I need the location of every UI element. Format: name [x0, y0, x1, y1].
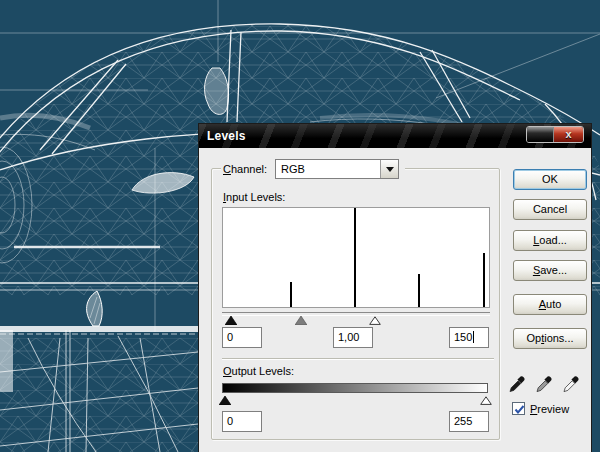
output-shadow-slider[interactable]: [219, 395, 231, 404]
levels-dialog: Levels x Channel: RGB Input Levels:: [198, 123, 592, 452]
eyedropper-toolbar: [507, 373, 591, 397]
preview-checkbox[interactable]: [512, 402, 525, 415]
channel-value: RGB: [276, 163, 380, 175]
auto-button[interactable]: Auto: [513, 294, 587, 315]
options-button[interactable]: Options...: [513, 328, 587, 349]
output-highlight-slider[interactable]: [480, 395, 492, 404]
input-shadow-slider[interactable]: [225, 315, 237, 324]
close-button[interactable]: x: [554, 127, 583, 142]
dialog-title: Levels: [207, 129, 246, 143]
black-point-eyedropper-icon[interactable]: [507, 373, 529, 395]
section-divider: [222, 358, 494, 360]
output-shadow-field[interactable]: 0: [222, 411, 262, 432]
load-button[interactable]: Load...: [513, 230, 587, 251]
preview-row: Preview: [512, 402, 569, 415]
histogram: [222, 207, 490, 308]
check-icon: [513, 403, 526, 416]
channel-label: Channel:: [223, 163, 267, 175]
input-slider-track: [222, 312, 490, 316]
input-highlight-field[interactable]: 150: [449, 327, 489, 348]
preview-label: Preview: [530, 403, 569, 415]
output-highlight-field[interactable]: 255: [449, 411, 489, 432]
input-gamma-slider[interactable]: [295, 315, 307, 324]
input-levels-label: Input Levels:: [223, 191, 285, 203]
histogram-spike: [483, 253, 485, 307]
output-levels-label: Output Levels:: [223, 365, 294, 377]
caption-buttons: x: [526, 126, 584, 143]
input-gamma-field[interactable]: 1,00: [333, 327, 373, 348]
input-highlight-slider[interactable]: [369, 315, 381, 324]
save-button[interactable]: Save...: [513, 260, 587, 281]
histogram-spike: [354, 208, 356, 307]
channel-row: Channel: RGB: [221, 159, 405, 179]
white-point-eyedropper-icon[interactable]: [561, 373, 583, 395]
dialog-content: Channel: RGB Input Levels:: [199, 148, 591, 452]
dialog-titlebar[interactable]: Levels x: [199, 124, 591, 148]
text-cursor: [473, 331, 474, 343]
cancel-button[interactable]: Cancel: [513, 199, 587, 220]
minimize-button[interactable]: [527, 127, 554, 142]
channel-select[interactable]: RGB: [275, 159, 399, 179]
ok-button[interactable]: OK: [513, 169, 587, 190]
output-gradient-bar: [222, 383, 488, 393]
histogram-spike: [418, 274, 420, 307]
input-shadow-field[interactable]: 0: [222, 327, 262, 348]
chevron-down-icon[interactable]: [380, 160, 398, 178]
photoshop-canvas: Levels x Channel: RGB Input Levels:: [0, 0, 600, 452]
histogram-spike: [290, 282, 292, 307]
gray-point-eyedropper-icon[interactable]: [534, 373, 556, 395]
